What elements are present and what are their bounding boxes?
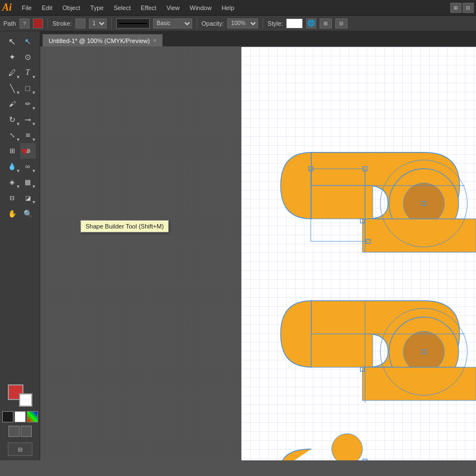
stroke-weight-select[interactable]: 123 <box>89 18 107 28</box>
partial-shape <box>280 449 311 460</box>
menu-file[interactable]: File <box>17 3 36 13</box>
direct-selection-tool-btn[interactable]: ↖ <box>20 34 36 49</box>
path-indicator <box>33 18 43 28</box>
stroke-color-swatch[interactable] <box>75 18 85 28</box>
zoom-tool-btn[interactable]: 🔍 <box>20 206 36 221</box>
warp-tool-btn[interactable]: ≋ ▾ <box>20 127 36 143</box>
shape-builder-tool-btn[interactable]: ⊕ <box>20 143 36 159</box>
bot-inner-circle <box>403 331 444 372</box>
stroke-line <box>119 23 147 24</box>
type-tool-btn[interactable]: T ▾ <box>20 65 36 80</box>
graph-tool-btn[interactable]: ▦ ▾ <box>20 174 36 190</box>
document-area: ↖ ↖ ✦ ⊙ 🖊 ▾ T ▾ <box>0 31 476 460</box>
line-tool-btn[interactable]: ╲ ▾ <box>4 80 20 96</box>
tab-bar: Untitled-1* @ 100% (CMYK/Preview) × <box>40 31 476 47</box>
blend-tool-btn[interactable]: ∞ ▾ <box>20 159 36 174</box>
canvas-area[interactable]: Shape Builder Tool (Shift+M) <box>40 47 476 460</box>
free-transform-tool-btn[interactable]: ⊞ <box>4 143 20 159</box>
magic-wand-tool-btn[interactable]: ✦ <box>4 49 20 65</box>
pencil-tool-btn[interactable]: ✏ ▾ <box>20 96 36 112</box>
app-logo: Ai <box>2 2 12 13</box>
toolbox: ↖ ↖ ✦ ⊙ 🖊 ▾ T ▾ <box>0 31 40 460</box>
bot-left-rounded <box>280 301 311 367</box>
paintbrush-tool-btn[interactable]: 🖌 <box>4 96 20 112</box>
rect-tool-btn[interactable]: □ ▾ <box>20 80 36 96</box>
stroke-swatch[interactable] <box>19 393 32 407</box>
bot-bottom-bar <box>363 367 476 401</box>
symbol-tool-btn[interactable]: ◈ ▾ <box>4 174 20 190</box>
path-options-btn[interactable]: ? <box>20 18 30 28</box>
bot-sel-handle-tc <box>363 459 367 460</box>
panel-opt-btn[interactable]: ⊟ <box>335 18 348 28</box>
color-swatch-area: ⊟ <box>0 380 40 458</box>
menu-window[interactable]: Window <box>185 3 216 13</box>
arrange-btn[interactable]: ⊟ <box>463 3 474 13</box>
menu-bar: Ai File Edit Object Type Select Effect V… <box>0 0 476 16</box>
menu-effect[interactable]: Effect <box>136 3 161 13</box>
window-controls: ⊞ ⊟ <box>450 3 474 13</box>
stroke-style-select[interactable]: Basic <box>153 18 192 28</box>
black-swatch[interactable] <box>2 411 13 422</box>
partial-circle <box>332 434 363 460</box>
gradient-swatch[interactable] <box>27 411 38 422</box>
canvas-wrapper: Untitled-1* @ 100% (CMYK/Preview) × <box>40 31 476 460</box>
color-mode-swatch[interactable] <box>21 426 32 437</box>
stroke-label: Stroke: <box>53 20 72 27</box>
menu-type[interactable]: Type <box>86 3 108 13</box>
tab-title: Untitled-1* @ 100% (CMYK/Preview) <box>49 37 150 44</box>
sep4 <box>263 18 263 29</box>
bot-mid-rect <box>311 334 373 368</box>
document-tab[interactable]: Untitled-1* @ 100% (CMYK/Preview) × <box>42 34 163 46</box>
artboard-tool-btn[interactable]: ⊟ <box>4 190 20 206</box>
stroke-style-preview[interactable] <box>116 18 150 28</box>
panel-toggle-btn[interactable]: ⊞ <box>450 3 461 13</box>
opacity-select[interactable]: 100% <box>227 18 258 28</box>
menu-edit[interactable]: Edit <box>37 3 57 13</box>
path-label: Path <box>3 20 16 27</box>
menu-help[interactable]: Help <box>217 3 239 13</box>
white-swatch[interactable] <box>15 411 26 422</box>
tooltip-text: Shape Builder Tool (Shift+M) <box>85 223 164 230</box>
menu-view[interactable]: View <box>162 3 184 13</box>
rotate-tool-btn[interactable]: ↻ ▾ <box>4 112 20 127</box>
top-left-rounded <box>280 153 311 219</box>
selection-tool-btn[interactable]: ↖ <box>4 34 20 49</box>
style-swatch[interactable] <box>286 18 303 28</box>
none-swatch[interactable] <box>8 426 20 437</box>
sep2 <box>111 18 112 29</box>
shape-group-bottom <box>280 301 476 460</box>
style-options-btn[interactable]: 🌐 <box>306 18 316 28</box>
hand-tool-btn[interactable]: ✋ <box>4 206 20 221</box>
menu-object[interactable]: Object <box>58 3 85 13</box>
scale-tool-btn[interactable]: ⤡ ▾ <box>4 127 20 143</box>
shape-group-partial <box>280 434 362 460</box>
shape-builder-tooltip: Shape Builder Tool (Shift+M) <box>80 220 169 232</box>
panel-arrange-btn[interactable]: ⊞ <box>320 18 332 28</box>
eyedropper-tool-btn[interactable]: 💧 ▾ <box>4 159 20 174</box>
top-inner-circle <box>403 183 444 224</box>
tab-close-btn[interactable]: × <box>153 37 156 44</box>
control-toolbar: Path ? Stroke: 123 Basic Opacity: 100% S… <box>0 16 476 31</box>
artboards-panel-btn[interactable]: ⊟ <box>8 442 32 456</box>
pen-tool-btn[interactable]: 🖊 ▾ <box>4 65 20 80</box>
artwork-svg <box>40 47 476 460</box>
sep1 <box>47 18 48 29</box>
sep3 <box>197 18 197 29</box>
style-label: Style: <box>268 20 283 27</box>
menu-select[interactable]: Select <box>109 3 135 13</box>
opacity-label: Opacity: <box>202 20 224 27</box>
top-bottom-bar <box>363 219 476 253</box>
top-mid-rect <box>311 185 373 219</box>
lasso-tool-btn[interactable]: ⊙ <box>20 49 36 65</box>
reflect-tool-btn[interactable]: ⊸ ▾ <box>20 112 36 127</box>
slice-tool-btn[interactable]: ◪ ▾ <box>20 190 36 206</box>
